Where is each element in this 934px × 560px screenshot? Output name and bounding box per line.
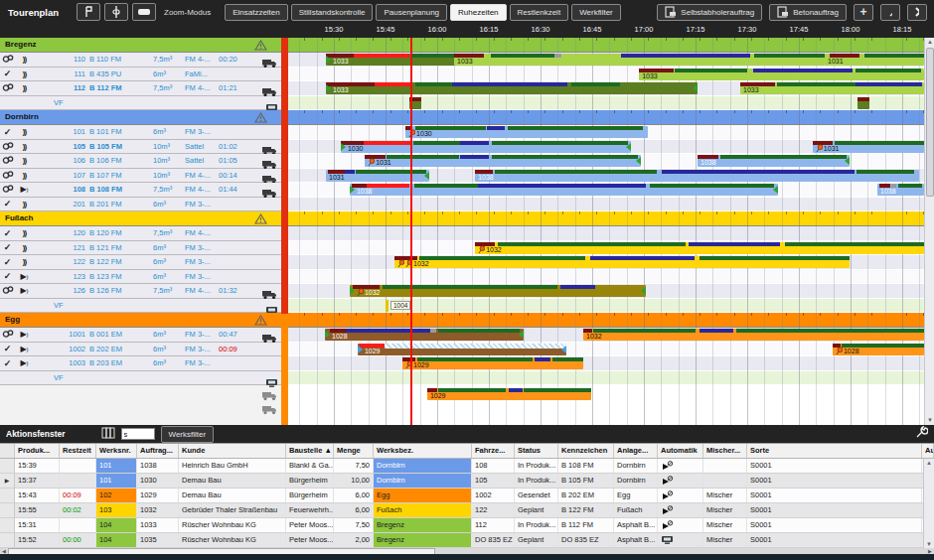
toolbar-button-selbstabholerauftrag[interactable]: Selbstabholerauftrag: [657, 4, 762, 21]
group-header-fussach[interactable]: Fußach: [0, 211, 281, 226]
tour-bar-1029[interactable]: 1029: [427, 388, 591, 400]
group-header-bregenz[interactable]: Bregenz: [0, 38, 281, 53]
column-header-Kennzeichen[interactable]: Kennzeichen: [558, 444, 614, 458]
vehicle-row-201[interactable]: ✓))201B 201 FM6m³FM 3-...: [0, 198, 281, 212]
scroll-up-arrow[interactable]: ▲: [925, 38, 934, 47]
gantt-scroll-thumb[interactable]: [926, 48, 934, 197]
tour-bar-1033[interactable]: 1033: [326, 82, 698, 94]
zoom-horizontal-button[interactable]: [132, 3, 156, 21]
tour-bar-vf[interactable]: [857, 97, 869, 109]
column-header-Baustelle[interactable]: Baustelle ▲: [286, 444, 334, 458]
column-header-Mischer...[interactable]: Mischer...: [703, 444, 747, 458]
column-header-Menge[interactable]: Menge: [334, 444, 374, 458]
strip-upper: [281, 38, 288, 314]
tour-bar-1033[interactable]: 1033: [639, 69, 924, 80]
toolbar-wrench-button[interactable]: [880, 4, 900, 21]
tour-bar-1030[interactable]: 1030: [405, 126, 648, 138]
order-row-1032[interactable]: 15:5500:021031032Gebrüder Thaler Straßen…: [0, 503, 934, 518]
toolbar-button-restlenkzeit[interactable]: Restlenkzeit: [510, 4, 569, 21]
column-header-Werksnr.[interactable]: Werksnr.: [96, 444, 137, 458]
tour-bar-1028[interactable]: 1028: [833, 344, 924, 355]
column-header-Produk...[interactable]: Produk...: [15, 444, 60, 458]
toolbar-plus-button[interactable]: +: [854, 4, 873, 21]
tour-bar-1028[interactable]: 1028: [325, 329, 524, 341]
column-header-Fahrze...[interactable]: Fahrze...: [472, 444, 515, 458]
vehicle-row-1003[interactable]: ✓▶)1003B 203 EM6m³FM 3-...: [0, 356, 281, 371]
tour-bar-1032[interactable]: 1032: [394, 256, 850, 268]
order-row-1029[interactable]: 15:4300:091021029Demau BauBürgerheim6,00…: [0, 489, 934, 503]
vehicle-row-107[interactable]: ))107B 107 FM10m³FM 4-...00:14: [0, 169, 281, 184]
order-row-1035[interactable]: 15:5200:001041035Rüscher Wohnbau KGPeter…: [0, 533, 934, 548]
tour-bar-1032[interactable]: 1032: [475, 242, 924, 254]
order-row-1030[interactable]: ▶15:371011030Demau BauBürgerheim10,00Dor…: [0, 474, 934, 489]
vehicle-row-1002[interactable]: ✓▶)1002B 202 EM6m³FM 3-...00:09: [0, 343, 281, 357]
toolbar-button-werkfilter[interactable]: Werkfilter: [571, 4, 621, 21]
gantt-vertical-scrollbar[interactable]: ▲ ▼: [924, 38, 934, 425]
tour-bar-1029[interactable]: 1029: [402, 357, 583, 369]
toolbar-button-einsatzzeiten[interactable]: Einsatzzeiten: [225, 4, 288, 21]
group-header-dornbirn[interactable]: Dornbirn: [0, 110, 281, 125]
tour-bar-1032[interactable]: 1032: [350, 285, 646, 297]
unassigned-truck-icon[interactable]: [261, 401, 278, 419]
columns-icon[interactable]: [101, 425, 115, 443]
table-scroll-up[interactable]: ▲: [924, 459, 934, 468]
vehicle-row-112[interactable]: ))112B 112 FM7,5m³FM 4-...01:21: [0, 81, 281, 96]
tour-bar-1038[interactable]: 1038: [475, 170, 919, 182]
column-header-Automatik[interactable]: Automatik: [658, 444, 703, 458]
vehicle-row-108[interactable]: ▶)108B 108 FM7,5m³FM 4-...01:44: [0, 183, 281, 198]
column-header-Werksbez.[interactable]: Werksbez.: [374, 444, 472, 458]
vehicle-row-105[interactable]: ))105B 105 FM10m³Sattel01:02: [0, 140, 281, 155]
order-row-1038[interactable]: 15:391011038Heinrich Bau GmbHBlankl & Ga…: [0, 459, 934, 474]
vehicle-row-101[interactable]: ✓))101B 101 FM6m³FM 3-...: [0, 125, 281, 140]
toolbar-button-pausenplanung[interactable]: Pausenplanung: [376, 4, 447, 21]
column-header-Restzeit[interactable]: Restzeit: [60, 444, 96, 458]
tour-bar-1032[interactable]: 1032: [583, 329, 924, 341]
tour-bar-1038[interactable]: 1038: [350, 184, 778, 196]
group-header-egg[interactable]: Egg: [0, 313, 281, 328]
column-header-Anlage...[interactable]: Anlage...: [614, 444, 658, 458]
table-vertical-scrollbar[interactable]: ▲ ▼: [923, 459, 934, 549]
tour-bar-1033[interactable]: 1033: [454, 54, 825, 66]
order-row-1033[interactable]: 15:311041033Rüscher Wohnbau KGPeter Moos…: [0, 518, 934, 533]
column-header-Au...[interactable]: Au...: [922, 444, 934, 458]
toolbar-button-ruhezeiten[interactable]: Ruhezeiten: [450, 4, 506, 21]
toolbar-close-button[interactable]: [907, 4, 927, 21]
column-header-Status[interactable]: Status: [515, 444, 558, 458]
cell: [658, 503, 703, 517]
tour-bar-1033[interactable]: 1033: [740, 82, 924, 94]
toolbar-button-stillstandskontrolle[interactable]: Stillstandskontrolle: [291, 4, 374, 21]
zoom-vertical-button[interactable]: [104, 3, 128, 21]
vehicle-row-120[interactable]: ✓))120B 120 FM7,5m³FM 4-...: [0, 226, 281, 241]
column-header-marker[interactable]: [0, 444, 15, 458]
zoom-flag-button[interactable]: [77, 3, 100, 21]
werks-filter-input[interactable]: [121, 428, 155, 440]
werksfilter-button[interactable]: Werksfilter: [161, 426, 215, 443]
axis-tick-label: 17:15: [681, 25, 710, 34]
tour-bar-1031[interactable]: 1031: [365, 155, 641, 167]
vehicle-row-111[interactable]: ✓))111B 435 PU6m³FaMi...: [0, 68, 281, 82]
column-header-Sorte[interactable]: Sorte: [747, 444, 922, 458]
column-header-Kunde[interactable]: Kunde: [179, 444, 286, 458]
vehicle-row-106[interactable]: ))106B 106 FM10m³Sattel01:05: [0, 154, 281, 169]
vehicle-row-1001[interactable]: ▶)1001B 001 EM6m³FM 3-...00:47: [0, 328, 281, 343]
vehicle-row-110[interactable]: ))110B 110 FM7,5m³FM 4-...00:20: [0, 53, 281, 68]
wrench-icon[interactable]: [915, 425, 928, 443]
vehicle-row-126[interactable]: ▶)126B 126 FM7,5m³FM 4-...01:32: [0, 284, 281, 299]
auto-play-icon: [661, 461, 675, 471]
tour-bar-1031[interactable]: 1031: [326, 170, 429, 182]
tour-bar-1030[interactable]: 1030: [341, 141, 631, 153]
tour-bar-1031[interactable]: 1031: [813, 141, 924, 153]
tour-bar-1038[interactable]: 1038: [877, 184, 924, 196]
vehicle-row-123[interactable]: ✓▶)123B 123 FM6m³FM 3-...: [0, 270, 281, 285]
tour-bar-1031[interactable]: 1031: [825, 54, 924, 66]
vf-row-egg[interactable]: VF: [0, 371, 281, 386]
column-header-Auftrag...[interactable]: Auftrag...: [137, 444, 179, 458]
vehicle-row-121[interactable]: ✓))121B 121 FM6m³FM 3-...: [0, 241, 281, 256]
vf-row-fussach[interactable]: VF: [0, 299, 281, 314]
tour-bar-1038[interactable]: 1038: [698, 155, 850, 167]
vehicle-row-122[interactable]: ✓))122B 122 FM6m³FM 3-...: [0, 255, 281, 270]
vf-row-bregenz[interactable]: VF: [0, 96, 281, 111]
tour-bar-1029[interactable]: 1029: [358, 344, 566, 355]
toolbar-button-betonauftrag[interactable]: Betonauftrag: [769, 4, 847, 21]
scroll-down-arrow[interactable]: ▼: [925, 416, 934, 425]
